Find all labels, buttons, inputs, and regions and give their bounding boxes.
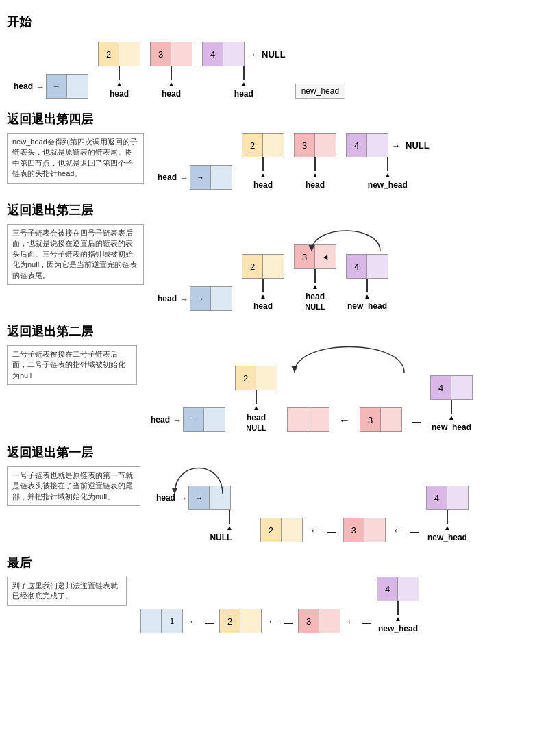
node-4-l2: 4 ▲ new_head bbox=[430, 375, 473, 432]
node-3-start: 3 bbox=[150, 42, 192, 66]
node-4-final: 4 ▲ new_head bbox=[377, 577, 419, 633]
node-2-start: 2 bbox=[98, 42, 140, 66]
node-pink-l2 bbox=[287, 407, 329, 432]
node-3-l4: 3 ▲ head bbox=[294, 133, 336, 190]
node-2-l4: 2 ▲ head bbox=[242, 133, 284, 190]
node-2-group-start: 2 ▲ head bbox=[98, 42, 140, 99]
node-3-l2: 3 bbox=[360, 407, 402, 432]
head-label-s0: head bbox=[14, 81, 33, 91]
node-2-l2: 2 ▲ head NULL bbox=[235, 366, 277, 432]
node-4-l3: 4 ▲ new_head bbox=[346, 254, 388, 311]
node-4-start: 4 bbox=[202, 42, 245, 66]
node-3-l1: 3 bbox=[343, 518, 386, 542]
node-4-l4: 4 → NULL ▲ new_head bbox=[346, 133, 430, 190]
note-layer4: new_head会得到第四次调用返回的子链表头，也就是原链表的链表尾。图中第四节… bbox=[7, 133, 144, 184]
title-layer4: 返回退出第四层 bbox=[7, 111, 528, 127]
node-4-l1: 4 ▲ new_head bbox=[426, 486, 469, 542]
node-1-l3: → bbox=[190, 286, 232, 311]
node-2-l3: 2 ▲ head bbox=[242, 254, 284, 311]
null-label-s0: NULL bbox=[262, 49, 286, 60]
title-final: 最后 bbox=[7, 555, 528, 571]
arrow-s0: → bbox=[36, 81, 45, 92]
title-layer3: 返回退出第三层 bbox=[7, 202, 528, 218]
section-final: 最后 到了这里我们递归法逆置链表就已经彻底完成了。 1 ← — bbox=[7, 555, 528, 633]
node-1-l1: → bbox=[188, 486, 231, 510]
note-final: 到了这里我们递归法逆置链表就已经彻底完成了。 bbox=[7, 577, 127, 606]
title-start: 开始 bbox=[7, 14, 528, 30]
head-label-2-start: head bbox=[110, 89, 129, 99]
section-start: 开始 head → → 2 ▲ head bbox=[7, 14, 528, 99]
node-3-group-start: 3 ▲ head bbox=[150, 42, 192, 99]
section-layer3: 返回退出第三层 三号子链表会被接在四号子链表表后面，也就是说接在逆置后的链表的表… bbox=[7, 202, 528, 311]
node-1-final: 1 bbox=[140, 609, 183, 633]
note-layer1: 一号子链表也就是原链表的第一节就是链表头被接在了当前逆置链表的尾部，并把指针域初… bbox=[7, 466, 140, 506]
node-1-l4: → bbox=[190, 165, 232, 190]
node-2-l1: 2 bbox=[260, 518, 303, 542]
new-head-start-group: new_head bbox=[295, 36, 345, 99]
node-1-l2: → bbox=[183, 407, 225, 432]
node-3-final: 3 bbox=[298, 609, 340, 633]
section-layer1: 返回退出第一层 一号子链表也就是原链表的第一节就是链表头被接在了当前逆置链表的尾… bbox=[7, 444, 528, 542]
left-arrow-l2: ← bbox=[339, 414, 350, 427]
note-layer2: 二号子链表被接在二号子链表后面，二号子链表的指针域被初始化为null bbox=[7, 345, 137, 385]
dash-arrow-l2: — bbox=[412, 416, 421, 427]
node-1-start: → bbox=[46, 74, 88, 99]
node-4-group-start: 4 → NULL ▲ head bbox=[202, 42, 286, 99]
new-head-label-start: new_head bbox=[295, 84, 345, 99]
title-layer2: 返回退出第二层 bbox=[7, 323, 528, 340]
head-label-3-start: head bbox=[162, 89, 181, 99]
section-layer4: 返回退出第四层 new_head会得到第四次调用返回的子链表头，也就是原链表的链… bbox=[7, 111, 528, 190]
section-layer2: 返回退出第二层 二号子链表被接在二号子链表后面，二号子链表的指针域被初始化为nu… bbox=[7, 323, 528, 432]
arrow-l4: → bbox=[179, 173, 188, 183]
arrow-null-s0: → bbox=[247, 49, 256, 60]
node-3-l3: 3 ◄ ▲ head NULL bbox=[294, 244, 336, 311]
arrow-3-4: ← bbox=[393, 525, 403, 537]
note-layer3: 三号子链表会被接在四号子链表表后面，也就是说接在逆置后的链表的表头后面。三号子链… bbox=[7, 224, 144, 285]
title-layer1: 返回退出第一层 bbox=[7, 444, 528, 461]
arrow-2-1: ← bbox=[310, 525, 321, 537]
head-label-4-start: head bbox=[234, 89, 253, 99]
head-label-l4: head bbox=[158, 173, 177, 182]
node-2-final: 2 bbox=[219, 609, 262, 633]
